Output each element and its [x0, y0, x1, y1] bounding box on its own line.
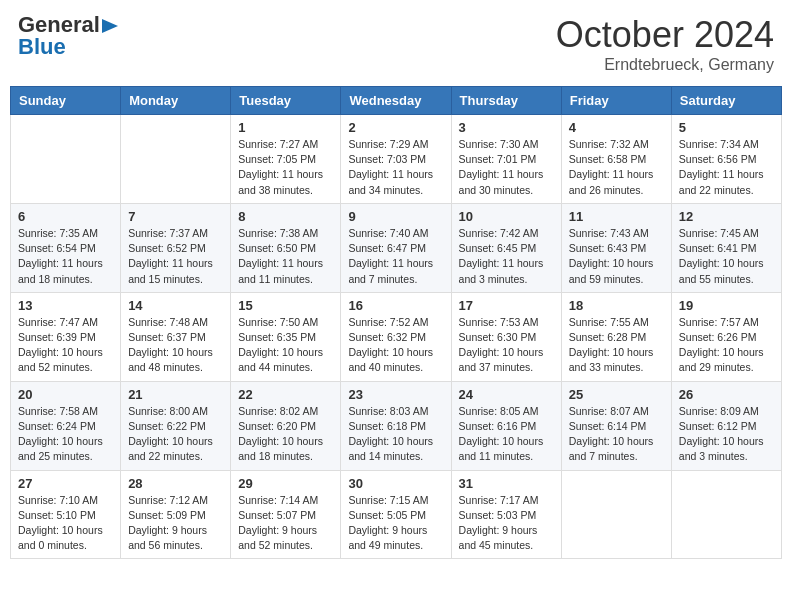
day-info: Sunrise: 8:02 AM Sunset: 6:20 PM Dayligh…: [238, 404, 333, 465]
day-cell: 5Sunrise: 7:34 AM Sunset: 6:56 PM Daylig…: [671, 115, 781, 204]
day-cell: 22Sunrise: 8:02 AM Sunset: 6:20 PM Dayli…: [231, 381, 341, 470]
day-cell: 1Sunrise: 7:27 AM Sunset: 7:05 PM Daylig…: [231, 115, 341, 204]
day-cell: 6Sunrise: 7:35 AM Sunset: 6:54 PM Daylig…: [11, 203, 121, 292]
day-number: 23: [348, 387, 443, 402]
day-number: 30: [348, 476, 443, 491]
weekday-header-row: SundayMondayTuesdayWednesdayThursdayFrid…: [11, 87, 782, 115]
weekday-header-wednesday: Wednesday: [341, 87, 451, 115]
weekday-header-sunday: Sunday: [11, 87, 121, 115]
day-number: 4: [569, 120, 664, 135]
day-number: 19: [679, 298, 774, 313]
weekday-header-monday: Monday: [121, 87, 231, 115]
day-info: Sunrise: 7:17 AM Sunset: 5:03 PM Dayligh…: [459, 493, 554, 554]
day-cell: 31Sunrise: 7:17 AM Sunset: 5:03 PM Dayli…: [451, 470, 561, 559]
day-cell: [11, 115, 121, 204]
day-number: 24: [459, 387, 554, 402]
day-number: 18: [569, 298, 664, 313]
day-info: Sunrise: 7:35 AM Sunset: 6:54 PM Dayligh…: [18, 226, 113, 287]
day-cell: 9Sunrise: 7:40 AM Sunset: 6:47 PM Daylig…: [341, 203, 451, 292]
day-number: 21: [128, 387, 223, 402]
day-cell: 2Sunrise: 7:29 AM Sunset: 7:03 PM Daylig…: [341, 115, 451, 204]
day-info: Sunrise: 7:47 AM Sunset: 6:39 PM Dayligh…: [18, 315, 113, 376]
day-cell: 29Sunrise: 7:14 AM Sunset: 5:07 PM Dayli…: [231, 470, 341, 559]
day-cell: 10Sunrise: 7:42 AM Sunset: 6:45 PM Dayli…: [451, 203, 561, 292]
day-info: Sunrise: 7:10 AM Sunset: 5:10 PM Dayligh…: [18, 493, 113, 554]
title-block: October 2024 Erndtebrueck, Germany: [556, 14, 774, 74]
day-cell: 3Sunrise: 7:30 AM Sunset: 7:01 PM Daylig…: [451, 115, 561, 204]
day-cell: 16Sunrise: 7:52 AM Sunset: 6:32 PM Dayli…: [341, 292, 451, 381]
day-number: 26: [679, 387, 774, 402]
day-cell: 19Sunrise: 7:57 AM Sunset: 6:26 PM Dayli…: [671, 292, 781, 381]
day-number: 11: [569, 209, 664, 224]
day-info: Sunrise: 7:30 AM Sunset: 7:01 PM Dayligh…: [459, 137, 554, 198]
logo-general-text: General: [18, 14, 100, 36]
day-cell: 24Sunrise: 8:05 AM Sunset: 6:16 PM Dayli…: [451, 381, 561, 470]
day-cell: 7Sunrise: 7:37 AM Sunset: 6:52 PM Daylig…: [121, 203, 231, 292]
month-title: October 2024: [556, 14, 774, 56]
day-info: Sunrise: 7:55 AM Sunset: 6:28 PM Dayligh…: [569, 315, 664, 376]
day-number: 20: [18, 387, 113, 402]
day-info: Sunrise: 7:12 AM Sunset: 5:09 PM Dayligh…: [128, 493, 223, 554]
day-cell: 15Sunrise: 7:50 AM Sunset: 6:35 PM Dayli…: [231, 292, 341, 381]
day-info: Sunrise: 7:48 AM Sunset: 6:37 PM Dayligh…: [128, 315, 223, 376]
day-number: 28: [128, 476, 223, 491]
week-row-2: 6Sunrise: 7:35 AM Sunset: 6:54 PM Daylig…: [11, 203, 782, 292]
week-row-5: 27Sunrise: 7:10 AM Sunset: 5:10 PM Dayli…: [11, 470, 782, 559]
day-number: 9: [348, 209, 443, 224]
day-number: 13: [18, 298, 113, 313]
day-cell: 11Sunrise: 7:43 AM Sunset: 6:43 PM Dayli…: [561, 203, 671, 292]
weekday-header-friday: Friday: [561, 87, 671, 115]
day-info: Sunrise: 7:58 AM Sunset: 6:24 PM Dayligh…: [18, 404, 113, 465]
day-info: Sunrise: 7:32 AM Sunset: 6:58 PM Dayligh…: [569, 137, 664, 198]
day-info: Sunrise: 7:40 AM Sunset: 6:47 PM Dayligh…: [348, 226, 443, 287]
day-info: Sunrise: 7:50 AM Sunset: 6:35 PM Dayligh…: [238, 315, 333, 376]
day-info: Sunrise: 8:07 AM Sunset: 6:14 PM Dayligh…: [569, 404, 664, 465]
day-cell: 20Sunrise: 7:58 AM Sunset: 6:24 PM Dayli…: [11, 381, 121, 470]
logo-triangle-icon: [102, 17, 120, 35]
day-info: Sunrise: 8:05 AM Sunset: 6:16 PM Dayligh…: [459, 404, 554, 465]
day-number: 16: [348, 298, 443, 313]
day-info: Sunrise: 7:53 AM Sunset: 6:30 PM Dayligh…: [459, 315, 554, 376]
logo: General Blue: [18, 14, 120, 58]
day-cell: 17Sunrise: 7:53 AM Sunset: 6:30 PM Dayli…: [451, 292, 561, 381]
day-cell: 8Sunrise: 7:38 AM Sunset: 6:50 PM Daylig…: [231, 203, 341, 292]
day-number: 1: [238, 120, 333, 135]
day-number: 25: [569, 387, 664, 402]
day-number: 8: [238, 209, 333, 224]
day-number: 3: [459, 120, 554, 135]
day-info: Sunrise: 7:27 AM Sunset: 7:05 PM Dayligh…: [238, 137, 333, 198]
day-cell: 27Sunrise: 7:10 AM Sunset: 5:10 PM Dayli…: [11, 470, 121, 559]
day-info: Sunrise: 7:57 AM Sunset: 6:26 PM Dayligh…: [679, 315, 774, 376]
day-cell: 13Sunrise: 7:47 AM Sunset: 6:39 PM Dayli…: [11, 292, 121, 381]
day-cell: 25Sunrise: 8:07 AM Sunset: 6:14 PM Dayli…: [561, 381, 671, 470]
day-number: 2: [348, 120, 443, 135]
day-info: Sunrise: 7:29 AM Sunset: 7:03 PM Dayligh…: [348, 137, 443, 198]
day-cell: [671, 470, 781, 559]
day-cell: 14Sunrise: 7:48 AM Sunset: 6:37 PM Dayli…: [121, 292, 231, 381]
day-info: Sunrise: 7:52 AM Sunset: 6:32 PM Dayligh…: [348, 315, 443, 376]
day-cell: [121, 115, 231, 204]
day-number: 14: [128, 298, 223, 313]
weekday-header-saturday: Saturday: [671, 87, 781, 115]
day-number: 27: [18, 476, 113, 491]
location-subtitle: Erndtebrueck, Germany: [556, 56, 774, 74]
day-info: Sunrise: 7:45 AM Sunset: 6:41 PM Dayligh…: [679, 226, 774, 287]
day-info: Sunrise: 8:03 AM Sunset: 6:18 PM Dayligh…: [348, 404, 443, 465]
calendar-table: SundayMondayTuesdayWednesdayThursdayFrid…: [10, 86, 782, 559]
day-cell: 4Sunrise: 7:32 AM Sunset: 6:58 PM Daylig…: [561, 115, 671, 204]
week-row-1: 1Sunrise: 7:27 AM Sunset: 7:05 PM Daylig…: [11, 115, 782, 204]
day-cell: 18Sunrise: 7:55 AM Sunset: 6:28 PM Dayli…: [561, 292, 671, 381]
day-number: 29: [238, 476, 333, 491]
day-cell: 21Sunrise: 8:00 AM Sunset: 6:22 PM Dayli…: [121, 381, 231, 470]
day-info: Sunrise: 8:00 AM Sunset: 6:22 PM Dayligh…: [128, 404, 223, 465]
weekday-header-tuesday: Tuesday: [231, 87, 341, 115]
day-info: Sunrise: 7:42 AM Sunset: 6:45 PM Dayligh…: [459, 226, 554, 287]
day-number: 15: [238, 298, 333, 313]
week-row-3: 13Sunrise: 7:47 AM Sunset: 6:39 PM Dayli…: [11, 292, 782, 381]
day-number: 22: [238, 387, 333, 402]
svg-marker-0: [102, 19, 118, 33]
day-number: 7: [128, 209, 223, 224]
day-info: Sunrise: 7:38 AM Sunset: 6:50 PM Dayligh…: [238, 226, 333, 287]
logo-blue-text: Blue: [18, 36, 66, 58]
day-info: Sunrise: 7:14 AM Sunset: 5:07 PM Dayligh…: [238, 493, 333, 554]
